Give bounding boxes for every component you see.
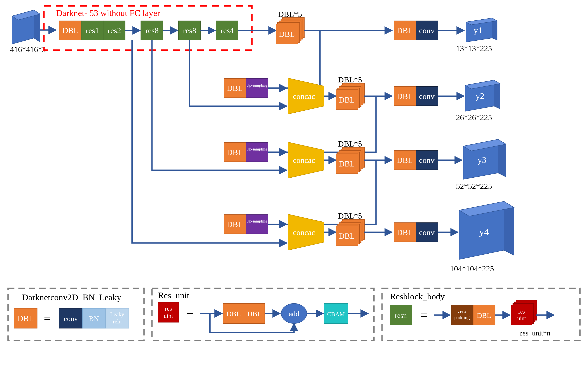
svg-text:DBL*5: DBL*5 bbox=[338, 211, 362, 220]
dbl-upsample-3: DBL Up-sampling bbox=[224, 143, 268, 162]
svg-text:conv: conv bbox=[419, 92, 435, 101]
svg-text:resn: resn bbox=[395, 311, 407, 319]
svg-text:DBL*5: DBL*5 bbox=[338, 75, 362, 84]
svg-text:DBL: DBL bbox=[397, 228, 413, 237]
svg-text:DBL: DBL bbox=[227, 84, 243, 93]
svg-text:=: = bbox=[420, 308, 427, 322]
svg-text:=: = bbox=[187, 306, 193, 319]
svg-text:res: res bbox=[165, 305, 172, 312]
svg-text:DBL: DBL bbox=[339, 95, 355, 104]
svg-text:Res_unit: Res_unit bbox=[158, 290, 189, 300]
svg-text:add: add bbox=[289, 310, 299, 318]
svg-text:104*104*225: 104*104*225 bbox=[450, 264, 494, 273]
dbl-conv-4: DBL conv bbox=[394, 222, 438, 242]
input-dim-label: 416*416*3 bbox=[10, 45, 46, 54]
svg-text:concac: concac bbox=[293, 228, 315, 237]
svg-text:Leaky: Leaky bbox=[110, 311, 124, 318]
svg-text:DBL: DBL bbox=[279, 30, 295, 39]
svg-text:DBL: DBL bbox=[227, 148, 243, 157]
svg-text:DBL: DBL bbox=[247, 310, 262, 318]
dbl5-stack-2: DBL*5 DBL bbox=[336, 75, 364, 110]
concac-3: concac bbox=[288, 142, 324, 178]
dbl-upsample-2: DBL Up-sampling bbox=[224, 78, 268, 98]
svg-text:zero: zero bbox=[458, 309, 466, 314]
svg-text:CBAM: CBAM bbox=[327, 311, 345, 318]
svg-text:DBL: DBL bbox=[477, 311, 491, 319]
svg-rect-85 bbox=[246, 215, 268, 234]
svg-text:res8: res8 bbox=[183, 26, 196, 35]
svg-text:padding: padding bbox=[454, 315, 470, 320]
legend-resunit: Res_unit res uint = DBL DBL add CBAM bbox=[152, 288, 374, 340]
svg-text:DBL: DBL bbox=[397, 26, 413, 35]
svg-text:res2: res2 bbox=[108, 26, 121, 35]
svg-text:Up-sampling: Up-sampling bbox=[246, 219, 267, 223]
svg-text:Resblock_body: Resblock_body bbox=[390, 291, 445, 301]
legend-darknetconv: Darknetconv2D_BN_Leaky DBL = conv BN Lea… bbox=[8, 288, 144, 340]
dbl-upsample-4: DBL Up-sampling bbox=[224, 215, 268, 234]
legend-resblock: Resblock_body resn = zero padding DBL re… bbox=[382, 288, 580, 340]
svg-text:conv: conv bbox=[64, 315, 78, 323]
svg-text:y1: y1 bbox=[473, 25, 482, 35]
svg-text:DBL*5: DBL*5 bbox=[278, 10, 302, 19]
dbl5-stack-3: DBL*5 DBL bbox=[336, 139, 364, 174]
svg-text:DBL: DBL bbox=[227, 220, 243, 229]
svg-text:conv: conv bbox=[419, 26, 435, 35]
svg-rect-33 bbox=[246, 78, 268, 98]
svg-rect-59 bbox=[246, 143, 268, 162]
svg-text:DBL: DBL bbox=[226, 310, 241, 318]
svg-text:DBL*5: DBL*5 bbox=[338, 139, 362, 148]
svg-text:res_unit*n: res_unit*n bbox=[520, 329, 550, 337]
svg-text:26*26*225: 26*26*225 bbox=[456, 113, 492, 122]
svg-text:conv: conv bbox=[419, 228, 435, 237]
svg-text:13*13*225: 13*13*225 bbox=[456, 44, 492, 53]
svg-text:res8: res8 bbox=[145, 26, 159, 35]
dbl-conv-2: DBL conv bbox=[394, 87, 438, 106]
svg-text:BN: BN bbox=[89, 315, 99, 323]
svg-text:DBL: DBL bbox=[397, 156, 413, 165]
svg-text:y3: y3 bbox=[478, 155, 486, 165]
svg-text:res4: res4 bbox=[220, 26, 234, 35]
darknet-title: Darknet- 53 without FC layer bbox=[56, 8, 160, 18]
dbl5-stack-4: DBL*5 DBL bbox=[336, 211, 364, 246]
svg-text:conv: conv bbox=[419, 156, 435, 165]
svg-text:res1: res1 bbox=[86, 26, 99, 35]
svg-text:Up-sampling: Up-sampling bbox=[246, 83, 267, 88]
svg-text:relu: relu bbox=[113, 318, 122, 325]
svg-text:DBL: DBL bbox=[339, 231, 355, 241]
svg-text:Darknetconv2D_BN_Leaky: Darknetconv2D_BN_Leaky bbox=[22, 292, 121, 302]
svg-text:uint: uint bbox=[164, 312, 173, 319]
svg-marker-105 bbox=[504, 201, 514, 255]
dbl-conv-3: DBL conv bbox=[394, 151, 438, 170]
output-y3: y3 52*52*225 bbox=[456, 139, 506, 191]
svg-text:DBL: DBL bbox=[63, 26, 78, 35]
svg-text:DBL: DBL bbox=[339, 159, 355, 168]
svg-text:y2: y2 bbox=[476, 91, 484, 101]
architecture-diagram: 416*416*3 Darknet- 53 without FC layer D… bbox=[0, 0, 588, 373]
svg-text:=: = bbox=[44, 312, 51, 325]
svg-text:DBL: DBL bbox=[18, 314, 33, 323]
output-y1: y1 13*13*225 bbox=[456, 18, 497, 53]
svg-text:concac: concac bbox=[293, 156, 315, 165]
svg-text:DBL: DBL bbox=[397, 92, 413, 101]
svg-text:y4: y4 bbox=[479, 226, 489, 237]
input-cube: 416*416*3 bbox=[10, 10, 46, 54]
dbl-conv-1: DBL conv bbox=[394, 21, 438, 40]
svg-text:concac: concac bbox=[293, 92, 315, 101]
svg-text:uint: uint bbox=[517, 315, 526, 321]
output-y2: y2 26*26*225 bbox=[456, 80, 500, 122]
svg-text:Up-sampling: Up-sampling bbox=[246, 147, 267, 151]
svg-text:52*52*225: 52*52*225 bbox=[456, 182, 492, 191]
output-y4: y4 104*104*225 bbox=[450, 201, 514, 273]
dbl5-stack-1: DBL*5 DBL bbox=[276, 10, 304, 44]
concac-4: concac bbox=[288, 214, 324, 250]
concac-2: concac bbox=[288, 78, 324, 114]
svg-text:res: res bbox=[518, 308, 525, 315]
